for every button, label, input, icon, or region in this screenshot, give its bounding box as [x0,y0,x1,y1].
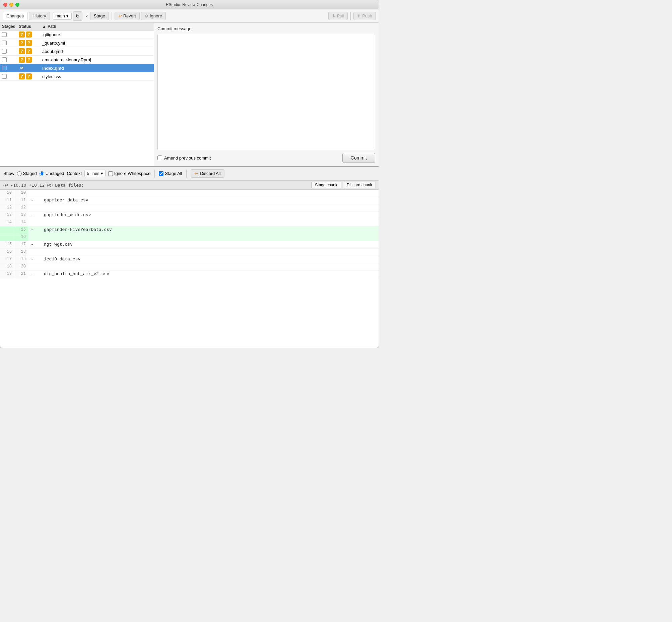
context-selector[interactable]: 5 lines ▾ [84,170,106,177]
maximize-button[interactable] [15,3,20,7]
status-badge-m: M [19,65,25,71]
file-name: amr-data-dictionary.Rproj [42,57,152,62]
unstaged-radio-label[interactable]: Unstaged [39,171,64,176]
diff-content [28,204,379,211]
diff-content: - gapminder-FiveYearData.csv [28,227,379,234]
diff-content: - gapminder_wide.csv [28,212,379,219]
context-label: Context [67,171,82,176]
revert-button[interactable]: ↩ Revert [114,12,140,20]
discard-icon: ↩ [194,171,198,176]
main-area: Staged Status ▲Path ? ? .gitignore [0,23,379,167]
file-name: .gitignore [42,32,152,37]
commit-message-input[interactable] [157,34,375,150]
old-line-num: 17 [0,256,14,263]
diff-divider-2 [186,170,187,178]
push-button[interactable]: ⬆ Push [353,12,376,20]
chevron-down-icon: ▾ [101,171,103,176]
close-button[interactable] [3,3,7,7]
diff-line: 12 12 [0,204,379,212]
commit-footer: Amend previous commit Commit [157,153,375,163]
status-badge-2: ? [26,48,32,54]
unstaged-radio[interactable] [39,171,44,176]
stage-checkbox[interactable] [2,57,7,62]
status-badge-1: ? [19,40,25,46]
new-line-num: 19 [14,256,28,263]
changes-tab[interactable]: Changes [3,12,28,20]
col-path: ▲Path [42,24,152,29]
commit-button[interactable]: Commit [342,153,375,163]
diff-line: 16 18 [0,249,379,256]
old-line-num: 10 [0,190,14,197]
file-name: _quarto.yml [42,40,152,45]
file-row-selected[interactable]: M index.qmd [0,64,154,72]
old-line-num: 19 [0,271,14,278]
new-line-num: 12 [14,204,28,211]
stage-button[interactable]: Stage [90,12,109,20]
file-row[interactable]: ? ? styles.css [0,72,154,81]
diff-content: - gapmider_data.csv [28,197,379,204]
branch-selector[interactable]: main ▾ [52,12,72,20]
discard-all-button[interactable]: ↩ Discard All [190,169,224,178]
file-row[interactable]: ? ? about.qmd [0,47,154,56]
stage-checkbox[interactable] [2,40,7,45]
file-list-header: Staged Status ▲Path [0,23,154,31]
diff-content: - dig_health_hub_amr_v2.csv [28,271,379,278]
old-line-num [0,227,14,234]
diff-content: - hgt_wgt.csv [28,241,379,248]
pull-button[interactable]: ⬇ Pull [328,12,348,20]
status-badge-1: ? [19,57,25,63]
status-badge-1: ? [19,73,25,79]
stage-checkbox[interactable] [2,49,7,54]
minimize-button[interactable] [9,3,13,7]
discard-chunk-button[interactable]: Discard chunk [343,182,376,188]
diff-content [28,234,379,241]
commit-message-label: Commit message [157,26,375,31]
diff-line: 14 14 [0,219,379,227]
staged-radio[interactable] [17,171,22,176]
history-tab[interactable]: History [29,12,49,20]
diff-line: 19 21 - dig_health_hub_amr_v2.csv [0,271,379,278]
amend-checkbox[interactable] [157,156,162,160]
new-line-num: 13 [14,212,28,219]
old-line-num [0,234,14,241]
diff-controls: Show Staged Unstaged Context 5 lines ▾ I… [0,167,379,180]
file-list-body: ? ? .gitignore ? ? _quarto.yml [0,31,154,166]
ignore-icon: ⊘ [145,13,148,19]
staged-radio-text: Staged [23,171,37,176]
file-row[interactable]: ? ? amr-data-dictionary.Rproj [0,56,154,64]
refresh-button[interactable]: ↻ [73,11,82,21]
ignore-ws-checkbox[interactable] [108,171,113,176]
new-line-num: 14 [14,219,28,226]
new-line-num: 16 [14,234,28,241]
push-icon: ⬆ [357,13,361,19]
file-name: index.qmd [42,66,152,71]
diff-content [28,264,379,271]
file-row[interactable]: ? ? _quarto.yml [0,39,154,47]
diff-content [28,219,379,226]
old-line-num: 15 [0,241,14,248]
stage-checkbox[interactable] [2,32,7,37]
stage-all-checkbox[interactable] [159,171,164,176]
file-row[interactable]: ? ? .gitignore [0,31,154,39]
col-staged: Staged [2,24,19,29]
diff-hunk-header: @@ -10,10 +10,12 @@ Data files: Stage ch… [0,180,379,190]
file-name: styles.css [42,74,152,79]
commit-pane: Commit message Amend previous commit Com… [154,23,379,166]
diff-viewer: @@ -10,10 +10,12 @@ Data files: Stage ch… [0,180,379,348]
ignore-ws-text: Ignore Whitespace [114,171,150,176]
new-line-num: 17 [14,241,28,248]
stage-checkbox[interactable] [2,66,7,70]
stage-all-label[interactable]: Stage All [159,171,182,176]
staged-radio-label[interactable]: Staged [17,171,37,176]
ignore-button[interactable]: ⊘ Ignore [141,12,166,20]
diff-line-added: 16 [0,234,379,241]
ignore-label: Ignore [150,13,162,19]
diff-line: 13 13 - gapminder_wide.csv [0,212,379,219]
ignore-ws-label[interactable]: Ignore Whitespace [108,171,150,176]
stage-checkbox[interactable] [2,74,7,79]
check-icon: ✓ [85,13,89,19]
diff-line: 17 19 - icd10_data.csv [0,256,379,264]
old-line-num: 13 [0,212,14,219]
stage-chunk-button[interactable]: Stage chunk [311,182,341,188]
new-line-num: 11 [14,197,28,204]
